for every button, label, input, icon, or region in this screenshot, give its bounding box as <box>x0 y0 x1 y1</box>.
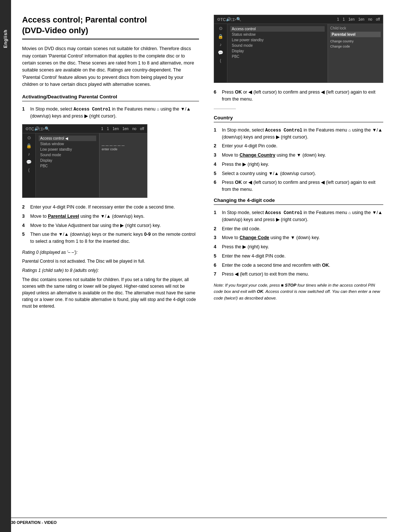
dvd-r-icon-play: ▷ <box>233 17 236 22</box>
note-rating-0-label: Rating 0 (displayed as '– –'): <box>22 249 199 256</box>
main-content: Access control; Parental control (DVD-Vi… <box>11 0 398 532</box>
dvd-r-icon-t: T <box>220 17 223 22</box>
step-1: 1 In Stop mode, select Access Control in… <box>22 106 199 120</box>
dvd-menu-screenshot-right: ⊙ T C 🔊 □ ▷ 🔍 1 1 1en 1en no off <box>214 15 383 83</box>
dvd-list-item-2: Status window <box>39 141 96 147</box>
dvd-icon-box: □ <box>39 127 42 131</box>
dvd-menu-body: ⊙ 🔒 ♪ 💬 ⟨ Access control ◀ Status window… <box>22 133 147 197</box>
change-country-item: Change country <box>330 39 381 44</box>
dvd-icon-audio: 🔊 <box>34 126 39 131</box>
step-6-right: 6 Press OK or ◀ (left cursor) to confirm… <box>214 89 383 103</box>
dvd-r-icon-c: C <box>223 17 226 22</box>
features-menu-icon-country: ⌂ <box>348 128 351 132</box>
dvd-top-bar-right: ⊙ T C 🔊 □ ▷ 🔍 1 1 1en 1en no off <box>214 15 383 24</box>
dvd-r-sidebar-icon-2: 🔒 <box>218 34 223 39</box>
dvd-icon-disc: ⊙ <box>25 126 29 131</box>
section-activate-heading: Activating/Deactivating Parental Control <box>22 94 199 101</box>
dvd-r-icon-box: □ <box>231 17 234 22</box>
title-line1: Access control; Parental control <box>22 15 147 24</box>
section-change-code-heading: Changing the 4-digit code <box>214 197 383 205</box>
dvd-r-sidebar-icon-3: ♪ <box>220 42 222 47</box>
dvd-sidebar-icon-3: ♪ <box>28 152 30 156</box>
dvd-icon-t: T <box>29 127 31 131</box>
dvd-enter-code-panel: _ _ _ _ _ _ enter code <box>99 133 147 197</box>
page-title: Access control; Parental control (DVD-Vi… <box>22 15 199 39</box>
title-line2: (DVD-Video only) <box>22 26 88 35</box>
dvd-r-icon-disc: ⊙ <box>217 17 220 22</box>
section-country-heading: Country <box>214 115 383 122</box>
dvd-sidebar-icon-2: 🔒 <box>26 144 32 148</box>
activate-steps-1: 1 In Stop mode, select Access Control in… <box>22 106 199 120</box>
dvd-r-list-item-2: Status window <box>230 32 325 37</box>
dvd-icon-play: ▷ <box>42 126 45 131</box>
note-forgot-code: Note: If you forgot your code, press ■ S… <box>214 282 383 301</box>
change-code-step-7: 7 Press ◀ (left cursor) to exit from the… <box>214 271 383 278</box>
dvd-r-sidebar-icon-5: ⟨ <box>220 59 221 63</box>
country-step-3: 3 Move to Change Country using the ▼ (do… <box>214 152 383 159</box>
dvd-r-values: 1 1 1en 1en no off <box>337 17 380 21</box>
dvd-list-item-1: Access control ◀ <box>39 136 96 141</box>
dvd-sidebar: ⊙ 🔒 ♪ 💬 ⟨ <box>22 133 36 197</box>
country-step-2: 2 Enter your 4-digit Pin code. <box>214 143 383 150</box>
dvd-list-item-6: PBC <box>39 163 96 169</box>
dvd-list-item-4: Sound mode <box>39 152 96 158</box>
country-step-5: 5 Select a country using ▼/▲ (down/up cu… <box>214 170 383 177</box>
change-code-step-4: 4 Press the ▶ (right) key. <box>214 244 383 251</box>
dvd-r-list-item-6: PBC <box>230 54 325 59</box>
dvd-values: 1 1 1en 1en no off <box>101 127 144 131</box>
sidebar-tab: English <box>0 0 11 532</box>
dvd-r-right-panel: Child lock Parental level Change country… <box>328 24 383 83</box>
note-rating-0-text: Parental Control is not activated. The D… <box>22 258 199 265</box>
change-code-step-5: 5 Enter the new 4-digit PIN code. <box>214 253 383 260</box>
change-code-step-1: 1 In Stop mode, select Access Control in… <box>214 209 383 223</box>
change-code-item: Change code <box>330 44 381 49</box>
dvd-menu-screenshot-left: ⊙ T C 🔊 □ ▷ 🔍 1 1 1en 1en no off <box>22 124 147 198</box>
step-5: 5 Then use the ▼/▲ (down/up) keys or the… <box>22 231 199 245</box>
features-menu-icon: ⌂ <box>157 107 159 111</box>
dvd-sidebar-icon-1: ⊙ <box>27 136 31 140</box>
country-step-6: 6 Press OK or ◀ (left cursor) to confirm… <box>214 179 383 193</box>
dvd-r-list: Access control Status window Low power s… <box>230 26 325 59</box>
intro-paragraph: Movies on DVD discs may contain scenes n… <box>22 45 199 88</box>
right-step-6: 6 Press OK or ◀ (left cursor) to confirm… <box>214 89 383 103</box>
step-4: 4 Move to the Value Adjustment bar using… <box>22 222 199 229</box>
country-steps: 1 In Stop mode, select Access Control in… <box>214 127 383 193</box>
dvd-main-list: Access control ◀ Status window Low power… <box>36 133 99 197</box>
dvd-sidebar-icon-5: ⟨ <box>28 168 30 172</box>
activate-steps-2-5: 2 Enter your 4-digit PIN code. If necess… <box>22 204 199 245</box>
dvd-r-list-item-1: Access control <box>230 26 325 32</box>
right-column: ⊙ T C 🔊 □ ▷ 🔍 1 1 1en 1en no off <box>214 15 383 517</box>
dvd-menu-body-right: ⊙ 🔒 ♪ 💬 ⟨ Access control Status window L… <box>214 24 383 83</box>
dvd-r-list-item-3: Low power standby <box>230 37 325 43</box>
dvd-r-sidebar: ⊙ 🔒 ♪ 💬 ⟨ <box>214 24 227 83</box>
dvd-icon-search: 🔍 <box>45 126 50 131</box>
note-ratings-1-8-label: Ratings 1 (child safe) to 8 (adults only… <box>22 267 199 274</box>
dvd-top-bar: ⊙ T C 🔊 □ ▷ 🔍 1 1 1en 1en no off <box>22 125 147 133</box>
enter-code-label: enter code <box>102 147 145 151</box>
dvd-r-list-item-5: Display <box>230 48 325 54</box>
country-step-1: 1 In Stop mode, select Access Control in… <box>214 127 383 141</box>
page-container: English Access control; Parental control… <box>0 0 398 532</box>
features-menu-icon-code: ⌂ <box>348 210 351 215</box>
dvd-list: Access control ◀ Status window Low power… <box>39 136 96 169</box>
dvd-r-sidebar-icon-1: ⊙ <box>219 26 223 31</box>
step-3: 3 Move to Parental Level using the ▼/▲ (… <box>22 213 199 220</box>
dvd-list-item-3: Low power standby <box>39 147 96 152</box>
dvd-r-icon-search: 🔍 <box>236 17 241 22</box>
dvd-sidebar-icon-4: 💬 <box>26 160 32 164</box>
dvd-r-sidebar-icon-4: 💬 <box>218 50 223 55</box>
page-footer: 30 OPERATION - VIDEO <box>11 518 387 525</box>
left-column: Access control; Parental control (DVD-Vi… <box>22 15 199 517</box>
change-code-step-3: 3 Move to Change Code using the ▼ (down)… <box>214 234 383 241</box>
change-code-steps: 1 In Stop mode, select Access Control in… <box>214 209 383 278</box>
section-divider <box>214 109 236 109</box>
footer-text: 30 OPERATION - VIDEO <box>11 520 57 525</box>
enter-code-dashes: _ _ _ _ _ _ <box>102 140 145 146</box>
dvd-r-list-item-4: Sound mode <box>230 43 325 48</box>
dvd-list-item-5: Display <box>39 158 96 163</box>
dvd-r-icon-audio: 🔊 <box>226 17 231 22</box>
sidebar-language-label: English <box>3 29 8 48</box>
country-step-4: 4 Press the ▶ (right) key. <box>214 161 383 168</box>
note-ratings-1-8-text: The disc contains scenes not suitable fo… <box>22 276 199 309</box>
parental-level-label: Parental level <box>330 32 381 37</box>
